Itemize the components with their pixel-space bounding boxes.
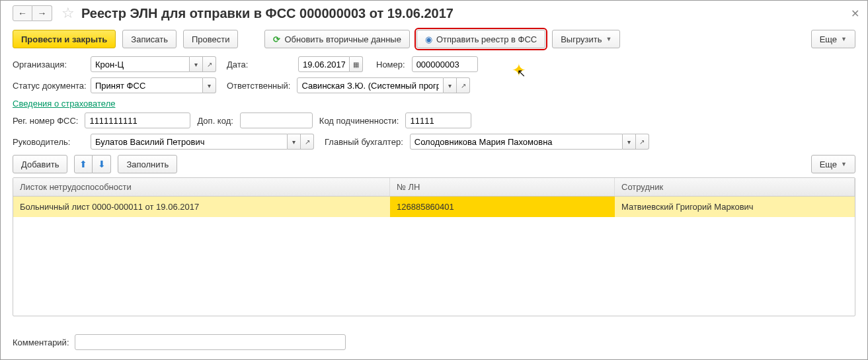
chevron-down-icon: ▼	[841, 161, 847, 167]
dropdown-button[interactable]: ▾	[623, 134, 636, 150]
chief-acc-label: Главный бухгалтер:	[325, 137, 403, 147]
col-ln-number[interactable]: № ЛН	[390, 178, 615, 196]
dropdown-button[interactable]: ▾	[190, 56, 203, 72]
save-button[interactable]: Записать	[122, 30, 177, 48]
refresh-icon: ⟳	[273, 34, 280, 44]
table-more-button[interactable]: Еще ▼	[811, 155, 855, 173]
number-label: Номер:	[376, 60, 405, 69]
dropdown-button[interactable]: ▾	[444, 77, 457, 93]
move-down-button[interactable]: ⬇	[93, 155, 111, 173]
sub-code-label: Код подчиненности:	[319, 116, 399, 126]
doc-status-label: Статус документа:	[13, 81, 84, 91]
table-row[interactable]: Больничный лист 0000-000011 от 19.06.201…	[13, 197, 855, 217]
col-employee[interactable]: Сотрудник	[615, 178, 855, 196]
comment-input[interactable]	[75, 334, 346, 350]
move-up-button[interactable]: ⬆	[74, 155, 93, 173]
nav-back-button[interactable]: ←	[13, 5, 32, 21]
chief-acc-input[interactable]	[410, 134, 623, 150]
send-to-fss-button[interactable]: ◉ Отправить реестр в ФСС	[416, 30, 545, 48]
fill-button[interactable]: Заполнить	[118, 155, 177, 173]
add-code-input[interactable]	[240, 112, 313, 128]
more-button[interactable]: Еще ▼	[811, 30, 855, 48]
page-title: Реестр ЭЛН для отправки в ФСС 000000003 …	[81, 6, 454, 21]
chevron-down-icon: ▼	[606, 36, 612, 42]
open-button[interactable]: ↗	[457, 77, 470, 93]
number-input[interactable]	[412, 56, 478, 72]
responsible-label: Ответственный:	[227, 81, 290, 91]
doc-status-input[interactable]	[91, 77, 203, 93]
globe-icon: ◉	[425, 34, 432, 44]
sick-leave-table[interactable]: Листок нетрудоспособности № ЛН Сотрудник…	[13, 177, 855, 316]
comment-label: Комментарий:	[13, 338, 69, 347]
col-sick-leave[interactable]: Листок нетрудоспособности	[13, 178, 390, 196]
head-input[interactable]	[91, 134, 288, 150]
add-code-label: Доп. код:	[197, 116, 233, 126]
calendar-button[interactable]: ▦	[350, 56, 363, 72]
refresh-secondary-button[interactable]: ⟳ Обновить вторичные данные	[264, 30, 410, 48]
nav-forward-button[interactable]: →	[32, 5, 52, 21]
post-button[interactable]: Провести	[183, 30, 239, 48]
cell-employee: Матвиевский Григорий Маркович	[615, 197, 855, 217]
dropdown-button[interactable]: ▾	[288, 134, 301, 150]
sub-code-input[interactable]	[405, 112, 471, 128]
open-button[interactable]: ↗	[636, 134, 649, 150]
date-label: Дата:	[227, 60, 266, 69]
cell-ln-number: 126885860401	[390, 197, 615, 217]
export-button[interactable]: Выгрузить ▼	[552, 30, 620, 48]
org-input[interactable]	[91, 56, 190, 72]
open-button[interactable]: ↗	[301, 134, 314, 150]
reg-fss-label: Рег. номер ФСС:	[13, 116, 78, 126]
dropdown-button[interactable]: ▾	[203, 77, 216, 93]
close-icon[interactable]: ✕	[851, 7, 859, 20]
favorite-star-icon[interactable]: ☆	[61, 5, 75, 22]
cell-sick-leave: Больничный лист 0000-000011 от 19.06.201…	[13, 197, 390, 217]
responsible-input[interactable]	[297, 77, 444, 93]
open-button[interactable]: ↗	[203, 56, 216, 72]
insurer-section-link[interactable]: Сведения о страхователе	[13, 99, 855, 109]
post-and-close-button[interactable]: Провести и закрыть	[13, 30, 116, 48]
chevron-down-icon: ▼	[841, 36, 847, 42]
org-label: Организация:	[13, 60, 84, 69]
date-input[interactable]	[298, 56, 350, 72]
reg-fss-input[interactable]	[85, 112, 190, 128]
head-label: Руководитель:	[13, 137, 84, 147]
add-row-button[interactable]: Добавить	[13, 155, 67, 173]
